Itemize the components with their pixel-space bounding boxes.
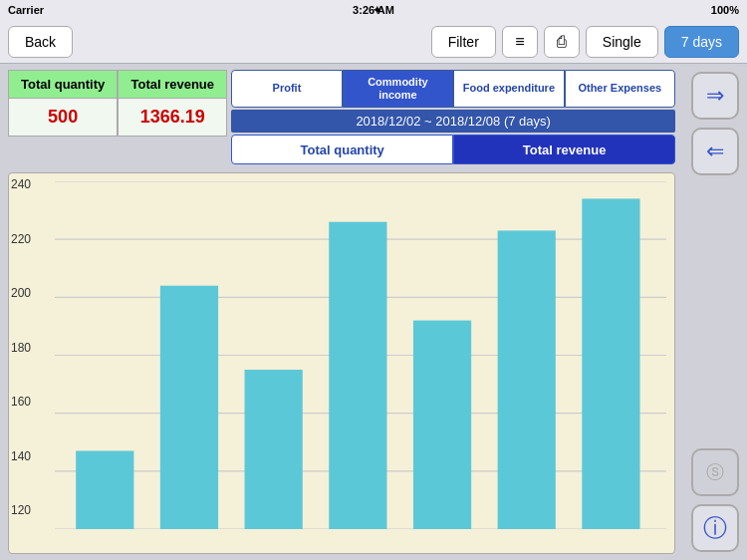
y-label-160: 160 — [11, 395, 31, 409]
tab-food[interactable]: Food expenditure — [453, 70, 564, 108]
bar-12-08 — [582, 198, 639, 529]
tab-commodity[interactable]: Commodity income — [343, 70, 453, 108]
bar-12-03 — [160, 286, 218, 529]
bar-12-06 — [413, 321, 471, 529]
7days-button[interactable]: 7 days — [664, 26, 739, 58]
y-label-200: 200 — [11, 286, 31, 300]
main-content: Total quantity 500 Total revenue 1366.19… — [0, 64, 747, 560]
bottom-tab-quantity[interactable]: Total quantity — [231, 135, 453, 164]
tab-profit[interactable]: Profit — [231, 70, 342, 108]
y-label-180: 180 — [11, 341, 31, 355]
back-icon: ⇐ — [706, 139, 724, 164]
y-label-240: 240 — [11, 177, 31, 191]
bar-chart: 12-02 12-03 12-04 12-05 12-06 12-07 12-0… — [55, 181, 666, 529]
nav-bar: Back Filter ≡ ⎙ Single 7 days — [0, 20, 747, 64]
tabs-area: Profit Commodity income Food expenditure… — [231, 70, 675, 164]
left-panel: Total quantity 500 Total revenue 1366.19… — [0, 64, 683, 560]
revenue-header: Total revenue — [118, 70, 227, 99]
time-label: 3:26 AM — [353, 4, 394, 16]
bar-12-04 — [245, 370, 303, 529]
chart-container: 12-02 12-03 12-04 12-05 12-06 12-07 12-0… — [8, 172, 675, 554]
status-bar: Carrier ✦ 3:26 AM 100% — [0, 0, 747, 20]
revenue-section: Total revenue 1366.19 — [118, 70, 227, 164]
battery-label: 100% — [711, 4, 739, 16]
menu-button[interactable]: ≡ — [502, 26, 538, 58]
share-button[interactable]: ⎙ — [544, 26, 580, 58]
date-range: 2018/12/02 ~ 2018/12/08 (7 days) — [231, 110, 675, 133]
back-nav-button[interactable]: ⇐ — [691, 128, 739, 175]
y-label-220: 220 — [11, 232, 31, 246]
quantity-value: 500 — [8, 99, 118, 137]
quantity-header: Total quantity — [8, 70, 118, 99]
tab-other[interactable]: Other Expenses — [565, 70, 675, 108]
coin-button[interactable]: ⓢ — [691, 448, 739, 496]
right-sidebar: ⇒ ⇐ ⓢ ⓘ — [683, 64, 747, 560]
forward-button[interactable]: ⇒ — [691, 72, 739, 120]
menu-icon: ≡ — [515, 33, 524, 51]
y-label-120: 120 — [11, 503, 31, 517]
bar-12-07 — [498, 230, 556, 529]
carrier-label: Carrier — [8, 4, 44, 16]
bottom-tab-revenue[interactable]: Total revenue — [453, 135, 675, 164]
bar-12-05 — [329, 222, 386, 529]
y-label-140: 140 — [11, 449, 31, 463]
forward-icon: ⇒ — [706, 83, 724, 109]
stats-container: Total quantity 500 Total revenue 1366.19 — [8, 70, 227, 164]
back-button[interactable]: Back — [8, 26, 73, 58]
bar-12-02 — [76, 450, 133, 529]
info-button[interactable]: ⓘ — [691, 504, 739, 552]
coin-icon: ⓢ — [706, 460, 724, 484]
quantity-section: Total quantity 500 — [8, 70, 118, 164]
info-icon: ⓘ — [703, 512, 727, 544]
filter-button[interactable]: Filter — [431, 26, 496, 58]
y-axis-labels: 240 220 200 180 160 140 120 — [11, 177, 31, 517]
category-tabs: Profit Commodity income Food expenditure… — [231, 70, 675, 108]
single-button[interactable]: Single — [586, 26, 658, 58]
revenue-value: 1366.19 — [118, 99, 227, 137]
bottom-tabs: Total quantity Total revenue — [231, 135, 675, 164]
share-icon: ⎙ — [557, 33, 567, 51]
